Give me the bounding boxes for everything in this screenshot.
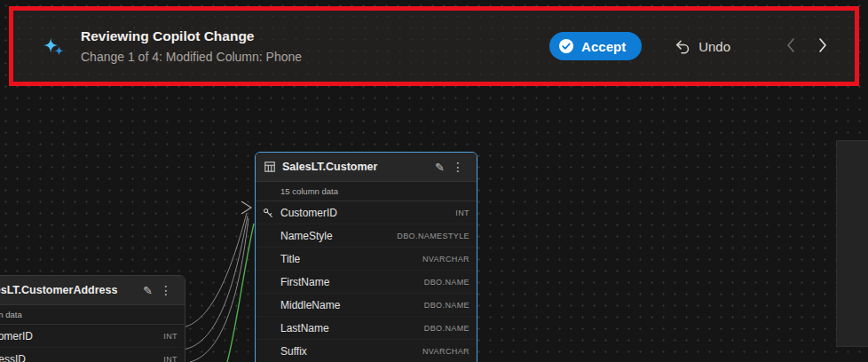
column-row-customerid[interactable]: CustomerID INT: [0, 325, 185, 347]
column-type: INT: [163, 355, 178, 362]
column-type: DBO.NAME: [424, 301, 470, 310]
chevron-left-icon: [785, 36, 795, 54]
column-row-middlename[interactable]: MiddleName DBO.NAME: [256, 293, 477, 316]
schema-designer-canvas: Reviewing Copilot Change Change 1 of 4: …: [0, 0, 868, 362]
column-row-firstname[interactable]: FirstName DBO.NAME: [256, 270, 477, 293]
column-type: INT: [455, 209, 470, 217]
banner-text: Reviewing Copilot Change Change 1 of 4: …: [81, 27, 302, 67]
column-name: FirstName: [280, 276, 329, 288]
column-name: CustomerID: [0, 330, 33, 342]
undo-label: Undo: [698, 39, 730, 54]
next-change-button[interactable]: [818, 36, 828, 57]
edge-arrowhead: [241, 201, 251, 214]
undo-button[interactable]: Undo: [668, 37, 736, 56]
table-card-customer[interactable]: SalesLT.Customer ✎ ⋮ 15 column data Cust…: [255, 152, 477, 362]
column-type: INT: [163, 332, 178, 341]
table-menu-icon[interactable]: ⋮: [448, 161, 468, 173]
column-count-label: 15 column data: [256, 182, 477, 201]
accept-label: Accept: [581, 39, 626, 54]
copilot-review-banner: Reviewing Copilot Change Change 1 of 4: …: [13, 11, 855, 82]
banner-actions: Accept Undo: [549, 32, 828, 60]
table-name: SalesLT.Customer: [282, 161, 377, 173]
copilot-sparkle-icon: [40, 33, 67, 59]
column-name: Suffix: [280, 345, 307, 358]
column-row-namestyle[interactable]: NameStyle DBO.NAMESTYLE: [256, 224, 477, 247]
column-name: MiddleName: [280, 299, 340, 311]
chevron-right-icon: [818, 36, 828, 54]
copilot-review-banner-highlight: Reviewing Copilot Change Change 1 of 4: …: [9, 6, 859, 86]
table-card-header[interactable]: SalesLT.Customer ✎ ⋮: [256, 153, 477, 182]
checkmark-circle-icon: [558, 38, 574, 54]
column-name: NameStyle: [280, 230, 333, 242]
banner-subtitle: Change 1 of 4: Modified Column: Phone: [81, 48, 302, 66]
column-name: CustomerID: [280, 207, 337, 219]
column-type: DBO.NAMESTYLE: [397, 232, 470, 240]
column-count-label: column data: [0, 305, 185, 325]
column-type: DBO.NAME: [424, 278, 470, 287]
column-row-lastname[interactable]: LastName DBO.NAME: [256, 316, 477, 339]
column-type: NVARCHAR: [422, 255, 470, 264]
column-row-title[interactable]: Title NVARCHAR: [256, 247, 477, 270]
offscreen-table-fragment[interactable]: [836, 140, 868, 347]
previous-change-button[interactable]: [785, 36, 795, 57]
table-menu-icon[interactable]: ⋮: [156, 284, 176, 296]
column-name: Title: [280, 253, 300, 265]
table-name: SalesLT.CustomerAddress: [0, 284, 117, 296]
column-row-customerid[interactable]: CustomerID INT: [256, 201, 477, 224]
undo-icon: [674, 38, 690, 55]
column-type: DBO.NAME: [424, 324, 470, 333]
edit-table-icon[interactable]: ✎: [139, 285, 156, 296]
column-row-suffix[interactable]: Suffix NVARCHAR: [256, 339, 477, 362]
column-type: NVARCHAR: [422, 347, 470, 356]
table-card-customeraddress[interactable]: SalesLT.CustomerAddress ✎ ⋮ column data …: [0, 275, 185, 362]
column-name: LastName: [280, 322, 329, 334]
banner-title: Reviewing Copilot Change: [81, 27, 302, 46]
column-name: AddressID: [0, 353, 26, 362]
primary-key-icon: [256, 208, 280, 218]
accept-button[interactable]: Accept: [549, 32, 642, 60]
table-card-header[interactable]: SalesLT.CustomerAddress ✎ ⋮: [0, 276, 185, 305]
edit-table-icon[interactable]: ✎: [431, 161, 448, 173]
table-icon: [264, 161, 275, 172]
column-row-addressid[interactable]: AddressID INT: [0, 347, 185, 362]
